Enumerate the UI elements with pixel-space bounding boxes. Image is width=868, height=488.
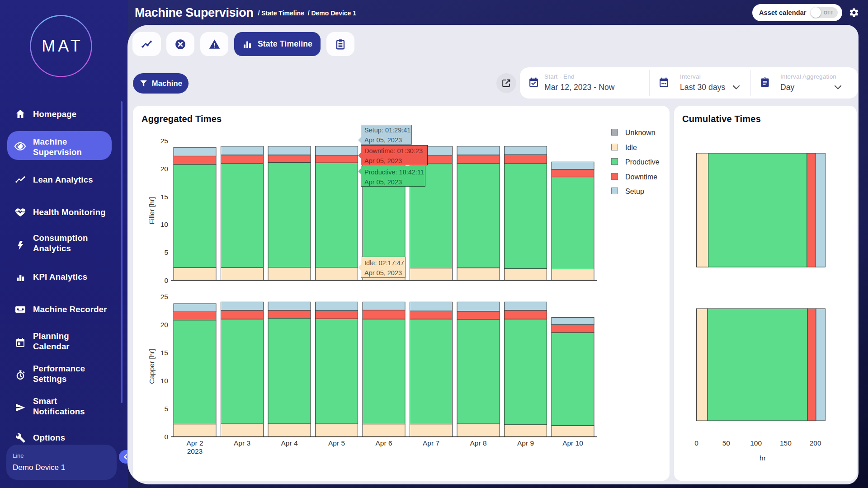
- svg-text:Apr 10: Apr 10: [562, 439, 583, 447]
- svg-text:10: 10: [160, 377, 169, 385]
- svg-text:5: 5: [164, 249, 168, 256]
- svg-text:5: 5: [164, 405, 168, 413]
- svg-text:0: 0: [164, 433, 168, 441]
- svg-text:15: 15: [160, 349, 168, 357]
- svg-text:10: 10: [160, 221, 169, 228]
- svg-text:0: 0: [164, 277, 168, 284]
- svg-text:Apr 4: Apr 4: [281, 439, 297, 447]
- svg-text:25: 25: [160, 137, 168, 145]
- svg-text:Apr 2: Apr 2: [186, 439, 203, 447]
- svg-text:Capper [hr]: Capper [hr]: [148, 349, 156, 384]
- svg-text:0: 0: [694, 439, 698, 447]
- svg-text:25: 25: [160, 293, 168, 300]
- svg-text:Apr 8: Apr 8: [470, 439, 486, 447]
- svg-text:150: 150: [780, 439, 792, 447]
- svg-text:20: 20: [160, 321, 169, 328]
- svg-text:200: 200: [810, 439, 821, 447]
- svg-text:Apr 7: Apr 7: [423, 439, 439, 447]
- svg-text:Apr 3: Apr 3: [234, 439, 250, 447]
- svg-text:15: 15: [160, 193, 168, 201]
- svg-text:Apr 9: Apr 9: [517, 439, 534, 447]
- svg-text:Apr 6: Apr 6: [375, 439, 392, 447]
- svg-text:Apr 5: Apr 5: [328, 439, 345, 447]
- svg-text:hr: hr: [760, 454, 766, 462]
- svg-text:Filler [hr]: Filler [hr]: [148, 197, 156, 224]
- svg-text:50: 50: [722, 439, 731, 447]
- svg-text:100: 100: [750, 439, 762, 447]
- svg-text:2023: 2023: [187, 447, 203, 455]
- svg-text:20: 20: [160, 165, 169, 173]
